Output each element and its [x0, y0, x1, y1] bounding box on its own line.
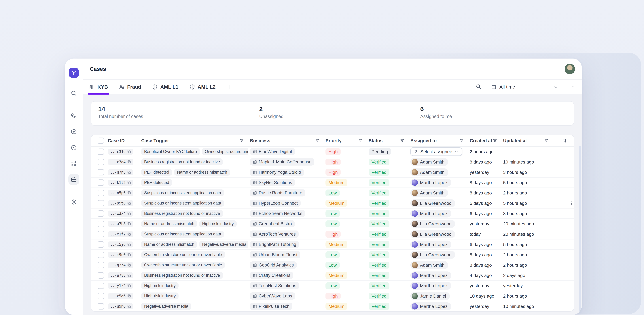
user-avatar[interactable]: [565, 64, 575, 74]
column-header-created-at[interactable]: Created at: [468, 138, 502, 143]
assignee-chip[interactable]: Adam Smith: [410, 189, 448, 197]
case-id-chip[interactable]: ..-o5p6: [108, 190, 134, 196]
tab-kyb[interactable]: KYB: [89, 80, 108, 94]
table-row[interactable]: ..-c3d4Business registration not found o…: [91, 157, 574, 167]
row-checkbox[interactable]: [98, 179, 104, 186]
case-id-chip[interactable]: ..-w3x4: [108, 210, 134, 217]
table-row[interactable]: ..-e1f2Suspicious or inconsistent applic…: [91, 229, 574, 239]
table-row[interactable]: ..-m9n0Ownership structure unclear or un…: [91, 250, 574, 260]
row-checkbox[interactable]: [98, 252, 104, 258]
table-row[interactable]: ..-g9h0Negative/adverse mediaPixelPulse …: [91, 301, 574, 311]
table-row[interactable]: ..-a7b8Name or address mismatchHigh-risk…: [91, 219, 574, 229]
row-checkbox[interactable]: [98, 200, 104, 206]
toolbar-search-button[interactable]: [471, 80, 486, 94]
sidebar-item-rules[interactable]: [68, 158, 79, 169]
assignee-chip[interactable]: Martha Lopez: [410, 179, 451, 187]
sidebar-item-history[interactable]: [68, 142, 79, 153]
assignee-chip[interactable]: Lila Greenwood: [410, 230, 455, 238]
column-header-status[interactable]: Status: [367, 138, 408, 143]
row-checkbox[interactable]: [98, 210, 104, 217]
column-header-updated-at[interactable]: Updated at: [502, 138, 560, 143]
assignee-chip[interactable]: Martha Lopez: [410, 210, 451, 217]
logo-glyph-icon: [71, 70, 77, 76]
business-chip: BrightPath Tutoring: [250, 241, 299, 248]
tab-aml-l1[interactable]: AML L1: [152, 80, 178, 94]
select-all-checkbox[interactable]: [98, 138, 104, 144]
assignee-chip[interactable]: Jamie Daniel: [410, 292, 450, 300]
assignee-chip[interactable]: Lila Greenwood: [410, 220, 455, 228]
add-tab-button[interactable]: [226, 80, 232, 94]
more-options-button[interactable]: [564, 80, 582, 94]
row-checkbox[interactable]: [98, 262, 104, 268]
case-id-cell: ..-i5j6: [106, 241, 140, 247]
column-header-business[interactable]: Business: [248, 138, 324, 143]
table-row[interactable]: ..-q3r4Ownership structure unclear or un…: [91, 260, 574, 270]
table-row[interactable]: ..-k1l2PEP detectedSkyNet SolutionsMediu…: [91, 178, 574, 188]
column-header-priority[interactable]: Priority: [324, 138, 367, 143]
assignee-chip[interactable]: Martha Lopez: [410, 271, 451, 279]
table-row[interactable]: ..-y1z2High-risk industryTechNest Soluti…: [91, 281, 574, 291]
sidebar-item-settings[interactable]: [68, 197, 79, 207]
assignee-chip[interactable]: Adam Smith: [410, 168, 448, 176]
row-checkbox[interactable]: [98, 159, 104, 165]
assignee-chip[interactable]: Martha Lopez: [410, 302, 451, 310]
case-id-chip[interactable]: ..-s9t0: [108, 200, 134, 206]
case-id-chip[interactable]: ..-g7h8: [108, 169, 134, 175]
tab-fraud[interactable]: Fraud: [119, 80, 141, 94]
trigger-tag: Beneficial Owner KYC failure: [141, 148, 200, 155]
case-id-chip[interactable]: ..-c3d4: [108, 159, 134, 165]
case-id-chip[interactable]: ..-y1z2: [108, 283, 134, 289]
sidebar-item-search[interactable]: [68, 88, 79, 99]
column-header-assigned-to[interactable]: Assigned to: [409, 138, 468, 143]
row-checkbox[interactable]: [98, 293, 104, 299]
column-header-case-trigger[interactable]: Case Trigger: [140, 138, 248, 143]
row-checkbox[interactable]: [98, 303, 104, 309]
case-id-chip[interactable]: ..-q3r4: [108, 262, 134, 268]
table-row[interactable]: ..-i5j6Name or address mismatchNegative/…: [91, 239, 574, 250]
table-row[interactable]: ..-w3x4Business registration not found o…: [91, 208, 574, 219]
case-id-chip[interactable]: ..-m9n0: [108, 252, 134, 258]
table-row[interactable]: ..-o5p6Suspicious or inconsistent applic…: [91, 188, 574, 198]
tab-aml-l2[interactable]: AML L2: [189, 80, 216, 94]
row-checkbox[interactable]: [98, 241, 104, 248]
case-id-chip[interactable]: ..-k1l2: [108, 180, 134, 186]
row-checkbox[interactable]: [98, 221, 104, 227]
row-checkbox[interactable]: [98, 282, 104, 289]
case-id-cell: ..-w3x4: [106, 210, 140, 217]
case-id-chip[interactable]: ..-i5j6: [108, 241, 134, 247]
sidebar-item-products[interactable]: [68, 126, 79, 137]
table-row[interactable]: ..-c31dBeneficial Owner KYC failureOwner…: [91, 147, 574, 157]
table-row[interactable]: ..-g7h8PEP detectedName or address misma…: [91, 167, 574, 178]
app-logo[interactable]: [69, 68, 79, 78]
assignee-select-button[interactable]: Select assignee: [410, 147, 462, 156]
assignee-chip[interactable]: Martha Lopez: [410, 282, 451, 290]
case-id-chip[interactable]: ..-e1f2: [108, 231, 134, 237]
table-scrollbar[interactable]: [579, 146, 581, 313]
table-row[interactable]: ..-s9t0Suspicious or inconsistent applic…: [91, 198, 574, 208]
column-header-case-id[interactable]: Case ID: [106, 138, 140, 143]
case-id-chip[interactable]: ..-c31d: [108, 149, 134, 155]
case-id-chip[interactable]: ..-g9h0: [108, 303, 134, 309]
assignee-chip[interactable]: Lila Greenwood: [410, 251, 455, 259]
table-row[interactable]: ..-c5d6High-risk industryCyberWave LabsH…: [91, 291, 574, 301]
assignee-chip[interactable]: Lila Greenwood: [410, 199, 455, 207]
assignee-chip[interactable]: Adam Smith: [410, 158, 448, 166]
created-at-cell: 8 days ago: [468, 159, 502, 165]
case-id-chip[interactable]: ..-a7b8: [108, 221, 134, 227]
row-checkbox[interactable]: [98, 149, 104, 155]
column-settings-button[interactable]: [562, 138, 567, 143]
row-checkbox[interactable]: [98, 231, 104, 237]
assignee-chip[interactable]: Martha Lopez: [410, 240, 451, 248]
row-menu-button[interactable]: [569, 201, 574, 206]
case-id-chip[interactable]: ..-c5d6: [108, 293, 134, 299]
row-checkbox[interactable]: [98, 169, 104, 175]
assignee-name: Martha Lopez: [420, 283, 448, 288]
sidebar-item-cases[interactable]: [68, 174, 79, 185]
row-checkbox[interactable]: [98, 272, 104, 278]
assignee-chip[interactable]: Adam Smith: [410, 261, 448, 269]
time-filter-select[interactable]: All time: [486, 80, 564, 94]
table-row[interactable]: ..-u7v8Business registration not found o…: [91, 270, 574, 281]
case-id-chip[interactable]: ..-u7v8: [108, 272, 134, 278]
sidebar-item-workflows[interactable]: [68, 110, 79, 121]
row-checkbox[interactable]: [98, 190, 104, 196]
